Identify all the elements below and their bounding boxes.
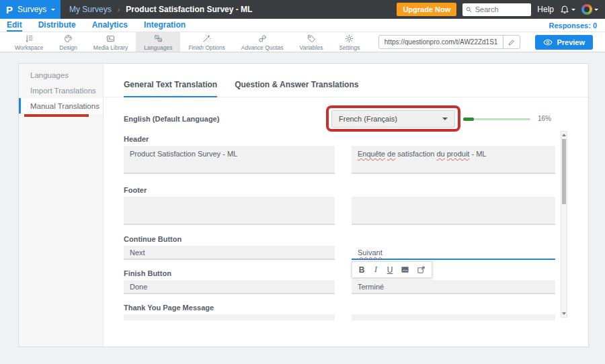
italic-button[interactable]: I [372,265,379,275]
pencil-icon [508,38,516,46]
translation-fields: Header Product Satisfaction Survey - ML … [104,135,588,320]
svg-text:R: R [156,36,158,38]
chevron-down-icon [51,9,55,11]
breadcrumb-separator: › [118,5,120,13]
finish-options-icon [202,34,212,44]
field-label: Thank You Page Message [124,304,588,312]
menu-item-edit[interactable]: Edit [7,19,22,32]
search-input[interactable] [475,5,528,13]
translation-progress-bar [463,118,530,120]
design-icon [63,34,73,44]
translations-panel: Languages Import Translations Manual Tra… [18,63,589,347]
translation-textarea[interactable] [352,314,555,320]
translation-tabs: General Text Translation Question & Answ… [104,64,588,97]
svg-text:A: A [159,38,161,41]
chevron-down-icon [594,9,598,11]
source-textarea[interactable] [124,314,335,320]
breadcrumb-survey-title: Product Satisfaction Survey - ML [126,5,252,14]
toolbar-item-design[interactable]: Design [51,32,85,52]
insert-link-button[interactable] [417,265,426,274]
toolbar-item-media-library[interactable]: Media Library [85,32,136,52]
field-row-header: Header Product Satisfaction Survey - ML … [124,135,588,174]
survey-toolbar: Workspace Design Media Library RA Langua… [0,32,605,52]
main-menu-bar: Edit Distribute Analytics Integration Re… [0,19,605,32]
field-label: Continue Button [124,235,588,244]
notifications-menu[interactable] [560,5,575,14]
field-label: Header [124,135,588,144]
questionpro-logo: P [6,4,13,15]
menu-item-distribute[interactable]: Distribute [38,19,76,32]
source-textarea[interactable]: Product Satisfaction Survey - ML [124,146,335,174]
translation-input-focused[interactable]: Suivant [352,246,555,260]
source-language-label: English (Default Language) [124,115,219,123]
responses-count[interactable]: Responses: 0 [549,21,597,30]
breadcrumb-my-surveys[interactable]: My Surveys [69,5,112,14]
eye-icon [543,38,553,46]
source-input[interactable]: Next [124,246,335,260]
triangle-up-icon [562,134,566,136]
text-format-toolbar: B I U [352,261,432,278]
translation-progress-value: 16% [538,115,551,122]
settings-icon [344,34,354,44]
upgrade-now-button[interactable]: Upgrade Now [397,3,456,16]
chevron-down-icon [442,118,448,120]
external-link-icon [417,265,426,274]
underline-button[interactable]: U [387,265,393,275]
survey-url[interactable]: https://questionpro.com/t/AW22Zd1S1 [379,38,503,46]
edit-url-button[interactable] [503,36,520,48]
bell-icon [560,5,569,14]
menu-item-integration[interactable]: Integration [144,19,186,32]
variables-icon [307,34,317,44]
source-input[interactable]: Done [124,280,335,294]
survey-url-box: https://questionpro.com/t/AW22Zd1S1 [378,35,521,49]
sidebar-item-import-translations[interactable]: Import Translations [19,83,103,98]
toolbar-item-finish-options[interactable]: Finish Options [180,32,233,52]
source-textarea[interactable] [124,197,335,225]
triangle-down-icon [562,312,566,315]
account-menu[interactable] [581,4,598,15]
menu-item-analytics[interactable]: Analytics [92,19,128,32]
breadcrumb: My Surveys › Product Satisfaction Survey… [69,5,252,14]
tab-general-text-translation[interactable]: General Text Translation [124,80,217,97]
annotation-underline [24,114,89,117]
vertical-scrollbar[interactable] [561,131,567,318]
field-label: Footer [124,186,588,195]
preview-button[interactable]: Preview [535,35,593,50]
toolbar-right-group: https://questionpro.com/t/AW22Zd1S1 Prev… [378,32,605,52]
toolbar-item-settings[interactable]: Settings [331,32,368,52]
chevron-down-icon [571,9,575,11]
language-row: English (Default Language) French (Franç… [104,107,588,131]
field-row-thank-you-page: Thank You Page Message [124,304,588,320]
image-icon [401,265,409,274]
sidebar-item-manual-translations[interactable]: Manual Translations [19,98,103,113]
help-link[interactable]: Help [537,5,554,14]
field-row-continue-button: Continue Button Next Suivant B I U [124,235,588,260]
field-row-footer: Footer [124,186,588,225]
target-language-value: French (Français) [339,115,397,123]
advance-quotas-icon [257,34,268,44]
scroll-down-button[interactable] [561,310,567,317]
languages-icon: RA [153,34,163,44]
target-language-select[interactable]: French (Français) [331,110,455,128]
product-menu-label: Surveys [17,5,46,14]
topbar-right-group: Upgrade Now Help [397,3,605,16]
sidebar-item-languages[interactable]: Languages [19,67,103,83]
media-library-icon [106,34,116,44]
translation-textarea[interactable] [352,197,555,225]
scrollbar-thumb[interactable] [562,139,566,204]
insert-image-button[interactable] [401,265,409,274]
bold-button[interactable]: B [358,265,365,275]
translations-content: General Text Translation Question & Answ… [104,64,588,347]
translation-textarea[interactable]: Enquête de satisfaction du produit - ML [352,146,555,174]
product-switcher[interactable]: P Surveys [0,0,61,19]
toolbar-item-advance-quotas[interactable]: Advance Quotas [233,32,292,52]
toolbar-item-variables[interactable]: Variables [292,32,331,52]
search-icon [466,6,472,13]
scroll-up-button[interactable] [561,132,567,138]
translation-input[interactable]: Terminé [352,280,555,294]
global-search[interactable] [462,3,531,16]
progress-fill [463,118,474,121]
tab-question-answer-translations[interactable]: Question & Answer Translations [235,80,358,97]
toolbar-item-workspace[interactable]: Workspace [7,32,51,52]
toolbar-item-languages[interactable]: RA Languages [136,32,180,52]
